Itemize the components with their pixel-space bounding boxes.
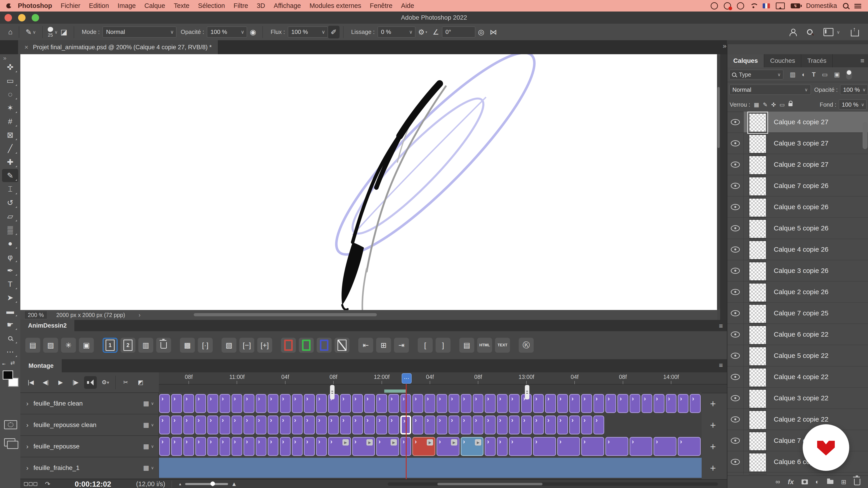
track-film-icon[interactable]: ▦ — [143, 400, 149, 407]
zoom-tool[interactable] — [2, 332, 18, 345]
layer-eye-cell[interactable] — [727, 154, 744, 175]
track-label[interactable]: ›feuille_fâne clean▦∨ — [20, 393, 159, 414]
timeline-panel-button[interactable]: ▤ — [25, 338, 40, 353]
app-status-icon[interactable] — [711, 2, 718, 9]
timeline-cel[interactable]: › — [425, 416, 435, 434]
brush-picker-caret-icon[interactable]: ∨ — [55, 29, 58, 35]
layer-eye-cell[interactable] — [727, 366, 744, 387]
timeline-hscroll-thumb[interactable] — [437, 483, 542, 485]
brush-size-picker[interactable]: 25 — [46, 27, 55, 37]
timeline-cel[interactable]: › — [509, 416, 520, 434]
workspace-switcher-icon[interactable] — [824, 28, 833, 36]
timeline-cel[interactable]: › — [159, 416, 170, 434]
layer-eye-cell[interactable] — [727, 303, 744, 324]
add-media-button[interactable]: + — [706, 457, 720, 479]
layer-visibility-eye-icon[interactable] — [731, 310, 740, 316]
timeline-cel[interactable]: › — [473, 416, 484, 434]
timeline-cel[interactable]: › — [666, 394, 677, 413]
layer-eye-cell[interactable] — [727, 175, 744, 196]
layer-fill-select[interactable]: 100 %∨ — [839, 99, 867, 110]
timeline-cel[interactable]: › — [316, 437, 327, 456]
tab-calques[interactable]: Calques — [727, 54, 764, 67]
timeline-cel[interactable]: › — [340, 394, 351, 413]
default-colors-icon[interactable]: ▪▫ — [2, 361, 5, 367]
timeline-cel[interactable]: › — [629, 394, 640, 413]
timeline-cel[interactable]: › — [243, 437, 254, 456]
track-label[interactable]: ›feuille_fraiche_1▦∨ — [20, 457, 159, 479]
timeline-cel[interactable]: › — [219, 394, 230, 413]
layer-eye-cell[interactable] — [727, 197, 744, 217]
track-film-icon[interactable]: ▦ — [143, 421, 149, 429]
timeline-cel[interactable]: › — [195, 394, 206, 413]
shift-left-button[interactable]: ⇤ — [358, 338, 373, 353]
workspace-caret-icon[interactable]: ∨ — [837, 29, 840, 35]
search-icon[interactable] — [807, 29, 813, 35]
playhead-handle[interactable]: ⋯ — [402, 373, 412, 384]
shape-tool[interactable]: ▬ — [2, 304, 18, 318]
track-chevron-icon[interactable]: › — [26, 400, 29, 408]
track-caret-icon[interactable]: ∨ — [151, 401, 154, 406]
layer-thumbnail[interactable] — [749, 113, 767, 132]
status-chevron-icon[interactable]: › — [138, 312, 141, 318]
timeline-cel[interactable]: › — [268, 394, 278, 413]
timeline-marker[interactable] — [330, 385, 335, 399]
notes-button[interactable]: ▤ — [459, 338, 474, 353]
zoom-in-frames-icon[interactable]: ▲ — [231, 481, 237, 488]
timeline-cel[interactable]: › — [545, 416, 556, 434]
all-frames-button[interactable]: ✳ — [61, 338, 76, 353]
eyedropper-tool[interactable]: ╱ — [2, 142, 18, 155]
save-button[interactable]: ▣ — [79, 338, 94, 353]
red-frame-button[interactable] — [281, 338, 296, 353]
layer-row[interactable]: Calque 2 copie 27 — [727, 154, 868, 175]
timeline-cel[interactable]: › — [364, 394, 375, 413]
layer-eye-cell[interactable] — [727, 260, 744, 281]
timeline-cel[interactable]: › — [304, 416, 315, 434]
lock-position-icon[interactable]: ✜ — [771, 101, 776, 108]
timeline-zoom-thumb[interactable] — [211, 482, 215, 486]
layer-row[interactable]: Calque 6 copie 22 — [727, 324, 868, 345]
zoom-level-value[interactable]: 200 % — [24, 311, 47, 319]
track-caret-icon[interactable]: ∨ — [151, 422, 154, 427]
timeline-cel[interactable]: › — [231, 394, 242, 413]
timeline-cel[interactable]: › — [678, 394, 688, 413]
timeline-cel[interactable]: › — [629, 437, 653, 456]
timeline-cel[interactable]: › — [304, 437, 315, 456]
timeline-cel[interactable]: › — [436, 394, 447, 413]
minimize-window-button[interactable] — [18, 14, 26, 22]
timeline-cel[interactable]: › — [569, 394, 580, 413]
layer-thumbnail[interactable] — [749, 411, 767, 429]
layer-thumbnail[interactable] — [749, 432, 767, 451]
timeline-cel[interactable]: › — [448, 416, 459, 434]
montage-panel-menu-icon[interactable]: ≡ — [719, 361, 723, 369]
layer-eye-cell[interactable] — [727, 345, 744, 366]
close-document-icon[interactable]: × — [24, 43, 29, 51]
layer-visibility-eye-icon[interactable] — [731, 353, 740, 359]
layer-row[interactable]: Calque 4 copie 26 — [727, 239, 868, 260]
timeline-cel[interactable]: › — [485, 394, 495, 413]
symmetry-butterfly-icon[interactable]: ⋈ — [487, 28, 500, 36]
swap-colors-icon[interactable]: ⇄ — [10, 360, 15, 366]
timeline-cel[interactable]: › — [581, 394, 592, 413]
clip-folder-button[interactable]: ▧ — [221, 338, 237, 353]
layer-visibility-eye-icon[interactable] — [731, 437, 740, 444]
layer-thumbnail[interactable] — [749, 326, 767, 345]
track-caret-icon[interactable]: ∨ — [151, 465, 154, 470]
next-frame-button[interactable]: |▶ — [69, 376, 82, 389]
menu-item-affichage[interactable]: Affichage — [270, 2, 305, 9]
layer-eye-cell[interactable] — [727, 111, 744, 132]
frame-target-button[interactable]: [·] — [198, 338, 213, 353]
layer-thumbnail[interactable] — [749, 240, 767, 260]
layer-thumbnail[interactable] — [749, 453, 767, 472]
lock-all-icon[interactable] — [788, 103, 793, 106]
timeline-cel[interactable]: › — [581, 416, 592, 434]
track-label[interactable]: ›feuille_repousse clean▦∨ — [20, 414, 159, 436]
layer-thumbnail[interactable] — [749, 134, 767, 153]
timeline-cel[interactable]: › — [171, 437, 182, 456]
timeline-cel[interactable]: › — [412, 416, 423, 434]
layer-row[interactable]: Calque 2 copie 22 — [727, 409, 868, 430]
timeline-cel[interactable]: › — [256, 416, 267, 434]
timeline-cel[interactable]: › — [557, 416, 568, 434]
timeline-cel[interactable]: › — [557, 437, 580, 456]
split-at-playhead-button[interactable]: ✂ — [119, 376, 132, 389]
adjustment-layer-icon[interactable]: ◐ — [815, 478, 819, 486]
